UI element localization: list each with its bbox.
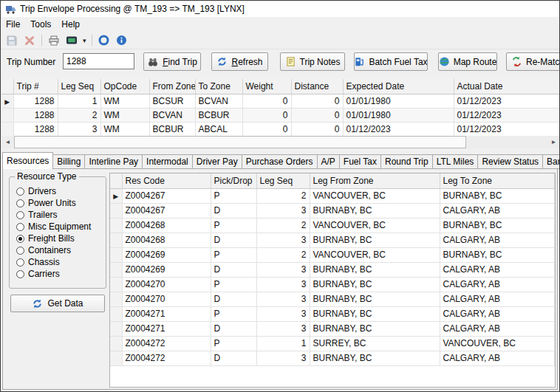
radio-label: Containers: [28, 245, 71, 255]
column-header-expected-date[interactable]: Expected Date: [343, 79, 454, 94]
scrollbar-thumb[interactable]: [14, 136, 466, 148]
print-button[interactable]: [45, 32, 63, 49]
column-header-opcode[interactable]: OpCode: [100, 79, 149, 94]
info-button[interactable]: [113, 32, 131, 49]
table-row[interactable]: Z0004267P2VANCOUVER, BCBURNABY, BC: [110, 188, 555, 203]
cell: BCBUR: [149, 122, 195, 136]
tab-interline-pay[interactable]: Interline Pay: [85, 154, 143, 169]
column-header-leg-seq[interactable]: Leg Seq: [58, 79, 100, 94]
scroll-left-icon[interactable]: [1, 136, 14, 148]
column-header-actual-date[interactable]: Actual Date: [454, 79, 560, 94]
radio-chassis[interactable]: Chassis: [16, 256, 104, 268]
app-window: Trip Envelope Processing @ TM_193 => TM_…: [0, 0, 560, 392]
cell: Z0004267: [122, 203, 211, 218]
batch-fuel-tax-button[interactable]: Batch Fuel Tax: [354, 52, 428, 71]
tab-driver-pay[interactable]: Driver Pay: [193, 154, 242, 169]
row-selector[interactable]: [110, 188, 122, 203]
cell: CALGARY, AB: [440, 277, 555, 292]
tab-ltl-miles[interactable]: LTL Miles: [433, 154, 479, 169]
row-selector[interactable]: [1, 94, 13, 108]
radio-power-units[interactable]: Power Units: [16, 197, 104, 209]
radio-drivers[interactable]: Drivers: [16, 185, 104, 197]
radio-label: Drivers: [28, 186, 56, 196]
app-icon: [5, 4, 16, 15]
cell: ABCAL: [195, 122, 242, 136]
column-header-res-code[interactable]: Res Code: [122, 173, 211, 188]
column-header-from-zone[interactable]: From Zone: [149, 79, 195, 94]
row-selector[interactable]: [1, 108, 13, 122]
tab-intermodal[interactable]: Intermodal: [143, 154, 193, 169]
column-header-distance[interactable]: Distance: [291, 79, 343, 94]
tab-review-status[interactable]: Review Status: [478, 154, 543, 169]
radio-label: Freight Bills: [28, 233, 75, 244]
radio-misc-equipment[interactable]: Misc Equipment: [16, 221, 104, 233]
table-row[interactable]: Z0004269P2VANCOUVER, BCBURNABY, BC: [110, 247, 555, 262]
radio-freight-bills[interactable]: Freight Bills: [16, 233, 104, 244]
column-header-weight[interactable]: Weight: [242, 79, 291, 94]
tab-a-p[interactable]: A/P: [318, 154, 340, 169]
radio-icon: [16, 235, 24, 243]
menu-help[interactable]: Help: [56, 17, 85, 32]
cell: D: [211, 321, 256, 336]
row-selector[interactable]: [110, 262, 122, 277]
column-header-leg-to-zone[interactable]: Leg To Zone: [440, 173, 555, 188]
column-header-pick-drop[interactable]: Pick/Drop: [211, 173, 256, 188]
table-row[interactable]: Z0004270P3BURNABY, BCCALGARY, AB: [110, 277, 555, 292]
row-selector[interactable]: [110, 233, 122, 247]
row-selector[interactable]: [110, 336, 122, 351]
row-selector[interactable]: [110, 292, 122, 306]
cell: D: [211, 203, 256, 218]
table-row[interactable]: Z0004268P2VANCOUVER, BCBURNABY, BC: [110, 218, 555, 233]
radio-carriers[interactable]: Carriers: [16, 268, 104, 280]
cell: BCVAN: [149, 108, 195, 122]
refresh-button[interactable]: Refresh: [211, 52, 268, 71]
tab-billing[interactable]: Billing: [53, 154, 85, 169]
row-selector[interactable]: [110, 277, 122, 292]
cell: D: [211, 292, 256, 306]
tab-fuel-tax[interactable]: Fuel Tax: [340, 154, 381, 169]
toolbar-separator: [41, 35, 42, 46]
row-selector[interactable]: [110, 203, 122, 218]
column-header-leg-seq[interactable]: Leg Seq: [256, 173, 310, 188]
row-selector[interactable]: [110, 321, 122, 336]
get-data-button[interactable]: Get Data: [10, 295, 105, 312]
menu-file[interactable]: File: [1, 17, 25, 32]
table-row[interactable]: Z0004271P3BURNABY, BCCALGARY, AB: [110, 306, 555, 321]
radio-trailers[interactable]: Trailers: [16, 209, 104, 221]
screen-button[interactable]: [63, 32, 81, 49]
table-row[interactable]: Z0004268D3BURNABY, BCCALGARY, AB: [110, 233, 555, 247]
row-selector[interactable]: [110, 218, 122, 233]
tab-purchase-orders[interactable]: Purchase Orders: [242, 154, 318, 169]
re-match-button[interactable]: Re-Match: [506, 52, 560, 71]
table-row[interactable]: 12881WMBCSURBCVAN0001/01/198001/12/2023: [1, 94, 560, 108]
map-route-button[interactable]: Map Route: [438, 52, 497, 71]
find-trip-button[interactable]: Find Trip: [143, 52, 201, 71]
table-row[interactable]: Z0004271D3BURNABY, BCCALGARY, AB: [110, 321, 555, 336]
table-row[interactable]: 12882WMBCVANBCBUR0001/01/198001/12/2023: [1, 108, 560, 122]
column-header-to-zone[interactable]: To Zone: [195, 79, 242, 94]
table-row[interactable]: Z0004270D3BURNABY, BCCALGARY, AB: [110, 292, 555, 306]
cell: 0: [242, 108, 291, 122]
table-row[interactable]: Z0004272D3BURNABY, BCCALGARY, AB: [110, 351, 555, 365]
trip-number-input[interactable]: [63, 53, 134, 69]
row-selector[interactable]: [110, 247, 122, 262]
table-row[interactable]: Z0004269D3BURNABY, BCCALGARY, AB: [110, 262, 555, 277]
trip-notes-button[interactable]: Trip Notes: [280, 52, 345, 71]
button-label: Find Trip: [163, 57, 197, 67]
radio-containers[interactable]: Containers: [16, 244, 104, 256]
table-row[interactable]: 12883WMBCBURABCAL0001/12/202301/12/2023: [1, 122, 560, 136]
row-selector[interactable]: [110, 306, 122, 321]
tab-round-trip[interactable]: Round Trip: [381, 154, 433, 169]
row-selector[interactable]: [1, 122, 13, 136]
column-header-trip[interactable]: Trip #: [13, 79, 58, 94]
web-button[interactable]: [95, 32, 113, 49]
column-header-leg-from-zone[interactable]: Leg From Zone: [310, 173, 440, 188]
table-row[interactable]: Z0004267D3BURNABY, BCCALGARY, AB: [110, 203, 555, 218]
tab-bar[interactable]: Bar: [543, 154, 559, 169]
table-row[interactable]: Z0004272P1SURREY, BCVANCOUVER, BC: [110, 336, 555, 351]
dropdown-arrow-icon[interactable]: [81, 37, 89, 44]
scroll-right-icon[interactable]: [547, 136, 560, 148]
menu-tools[interactable]: Tools: [25, 17, 56, 32]
row-selector[interactable]: [110, 351, 122, 365]
tab-resources[interactable]: Resources: [2, 152, 53, 169]
